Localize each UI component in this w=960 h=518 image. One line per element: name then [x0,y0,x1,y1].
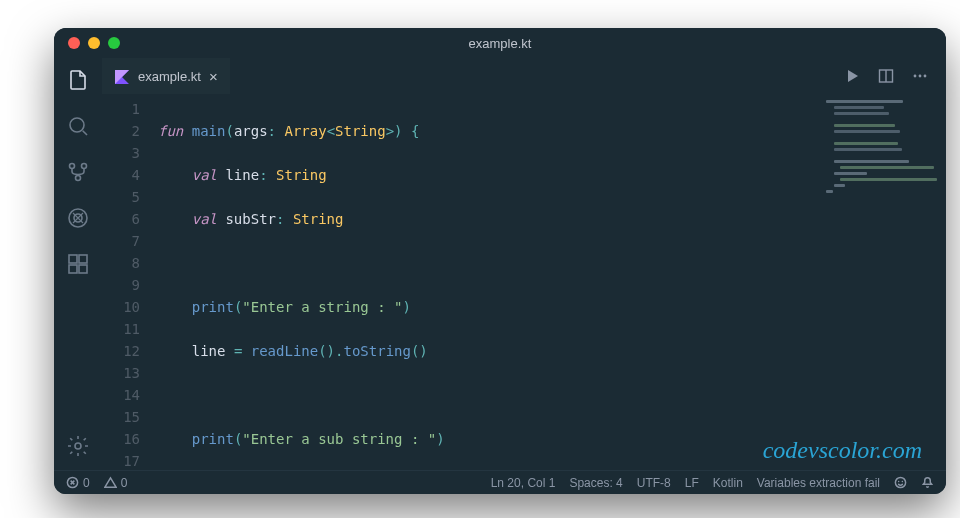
status-warnings[interactable]: 0 [104,476,128,490]
tab-example-kt[interactable]: example.kt × [102,58,230,94]
close-tab-icon[interactable]: × [209,68,218,85]
status-feedback-icon[interactable] [894,476,907,489]
run-icon[interactable] [844,68,860,84]
svg-point-13 [919,75,922,78]
svg-rect-9 [79,265,87,273]
status-eol[interactable]: LF [685,476,699,490]
status-bar: 0 0 Ln 20, Col 1 Spaces: 4 UTF-8 LF Kotl… [54,470,946,494]
editor-window: example.kt [54,28,946,494]
svg-point-14 [924,75,927,78]
activity-bar [54,58,102,470]
window-title: example.kt [54,36,946,51]
svg-point-3 [76,176,81,181]
code-content: fun main(args: Array<String>) { val line… [154,94,946,470]
svg-rect-7 [79,255,87,263]
workbench-body: example.kt × 1234567891011121314151617 f… [54,58,946,470]
svg-rect-6 [69,255,77,263]
svg-point-1 [70,164,75,169]
source-control-icon[interactable] [66,160,90,184]
svg-point-12 [914,75,917,78]
explorer-icon[interactable] [66,68,90,92]
more-actions-icon[interactable] [912,68,928,84]
svg-point-2 [82,164,87,169]
status-spaces[interactable]: Spaces: 4 [569,476,622,490]
status-lncol[interactable]: Ln 20, Col 1 [491,476,556,490]
line-number-gutter: 1234567891011121314151617 [102,94,154,470]
tab-label: example.kt [138,69,201,84]
editor-group: example.kt × 1234567891011121314151617 f… [102,58,946,470]
split-editor-icon[interactable] [878,68,894,84]
status-language[interactable]: Kotlin [713,476,743,490]
kotlin-file-icon [114,69,130,85]
tab-bar: example.kt × [102,58,946,94]
settings-gear-icon[interactable] [66,434,90,458]
search-icon[interactable] [66,114,90,138]
status-errors[interactable]: 0 [66,476,90,490]
svg-point-10 [75,443,81,449]
titlebar: example.kt [54,28,946,58]
svg-rect-8 [69,265,77,273]
extensions-icon[interactable] [66,252,90,276]
status-bell-icon[interactable] [921,476,934,489]
svg-point-0 [70,118,84,132]
status-extension-msg[interactable]: Variables extraction fail [757,476,880,490]
debug-icon[interactable] [66,206,90,230]
code-editor[interactable]: 1234567891011121314151617 fun main(args:… [102,94,946,470]
editor-actions [844,58,946,94]
status-encoding[interactable]: UTF-8 [637,476,671,490]
svg-point-16 [895,477,905,487]
